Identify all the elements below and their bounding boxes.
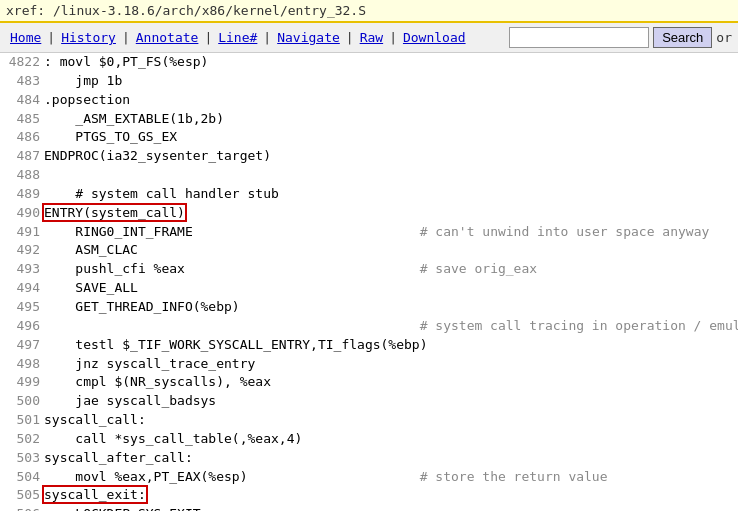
line-number: 504 bbox=[4, 468, 40, 487]
line-content: _ASM_EXTABLE(1b,2b) bbox=[44, 110, 734, 129]
line-number: 488 bbox=[4, 166, 40, 185]
title-bar: xref: /linux-3.18.6/arch/x86/kernel/entr… bbox=[0, 0, 738, 23]
line-number: 496 bbox=[4, 317, 40, 336]
code-line: 502 call *sys_call_table(,%eax,4) bbox=[0, 430, 738, 449]
line-number: 485 bbox=[4, 110, 40, 129]
title-text: xref: /linux-3.18.6/arch/x86/kernel/entr… bbox=[6, 3, 366, 18]
line-content: RING0_INT_FRAME # can't unwind into user… bbox=[44, 223, 734, 242]
highlight-box: ENTRY(system_call) bbox=[44, 205, 185, 220]
code-line: 487ENDPROC(ia32_sysenter_target) bbox=[0, 147, 738, 166]
line-content: syscall_after_call: bbox=[44, 449, 734, 468]
code-line: 503syscall_after_call: bbox=[0, 449, 738, 468]
line-content: LOCKDEP_SYS_EXIT bbox=[44, 505, 734, 511]
line-number: 506 bbox=[4, 505, 40, 511]
line-comment: # system call tracing in operation / emu… bbox=[44, 318, 738, 333]
nav-raw[interactable]: Raw bbox=[356, 28, 387, 47]
search-box: Search or bbox=[509, 27, 732, 48]
code-line: 494 SAVE_ALL bbox=[0, 279, 738, 298]
line-number: 492 bbox=[4, 241, 40, 260]
line-content: .popsection bbox=[44, 91, 734, 110]
line-content: cmpl $(NR_syscalls), %eax bbox=[44, 373, 734, 392]
line-comment: # store the return value bbox=[248, 469, 608, 484]
line-number: 499 bbox=[4, 373, 40, 392]
line-number: 490 bbox=[4, 204, 40, 223]
code-line: 491 RING0_INT_FRAME # can't unwind into … bbox=[0, 223, 738, 242]
line-content: jae syscall_badsys bbox=[44, 392, 734, 411]
line-number: 489 bbox=[4, 185, 40, 204]
search-button[interactable]: Search bbox=[653, 27, 712, 48]
code-line: 495 GET_THREAD_INFO(%ebp) bbox=[0, 298, 738, 317]
nav-history[interactable]: History bbox=[57, 28, 120, 47]
line-content: call *sys_call_table(,%eax,4) bbox=[44, 430, 734, 449]
line-number: 503 bbox=[4, 449, 40, 468]
nav-annotate[interactable]: Annotate bbox=[132, 28, 203, 47]
line-number: 500 bbox=[4, 392, 40, 411]
line-content: SAVE_ALL bbox=[44, 279, 734, 298]
line-number: 493 bbox=[4, 260, 40, 279]
line-content: syscall_call: bbox=[44, 411, 734, 430]
code-line: 489 # system call handler stub bbox=[0, 185, 738, 204]
line-comment: # save orig_eax bbox=[185, 261, 537, 276]
code-line: 501syscall_call: bbox=[0, 411, 738, 430]
line-content: pushl_cfi %eax # save orig_eax bbox=[44, 260, 734, 279]
nav-home[interactable]: Home bbox=[6, 28, 45, 47]
line-number: 4822 bbox=[4, 53, 40, 72]
line-content: ENTRY(system_call) bbox=[44, 204, 734, 223]
or-label: or bbox=[716, 30, 732, 45]
search-input[interactable] bbox=[509, 27, 649, 48]
line-number: 487 bbox=[4, 147, 40, 166]
code-line: 485 _ASM_EXTABLE(1b,2b) bbox=[0, 110, 738, 129]
code-line: 496 # system call tracing in operation /… bbox=[0, 317, 738, 336]
line-content: syscall_exit: bbox=[44, 486, 734, 505]
line-content: # system call tracing in operation / emu… bbox=[44, 317, 738, 336]
line-content: # system call handler stub bbox=[44, 185, 734, 204]
code-line: 486 PTGS_TO_GS_EX bbox=[0, 128, 738, 147]
line-number: 495 bbox=[4, 298, 40, 317]
nav-bar: Home | History | Annotate | Line# | Navi… bbox=[0, 23, 738, 53]
code-line: 488 bbox=[0, 166, 738, 185]
nav-download[interactable]: Download bbox=[399, 28, 470, 47]
code-line: 505syscall_exit: bbox=[0, 486, 738, 505]
code-line: 498 jnz syscall_trace_entry bbox=[0, 355, 738, 374]
line-content: movl %eax,PT_EAX(%esp) # store the retur… bbox=[44, 468, 734, 487]
line-content: ASM_CLAC bbox=[44, 241, 734, 260]
line-number: 494 bbox=[4, 279, 40, 298]
line-number: 497 bbox=[4, 336, 40, 355]
line-number: 486 bbox=[4, 128, 40, 147]
code-line: 504 movl %eax,PT_EAX(%esp) # store the r… bbox=[0, 468, 738, 487]
line-content: GET_THREAD_INFO(%ebp) bbox=[44, 298, 734, 317]
line-content: jmp 1b bbox=[44, 72, 734, 91]
line-content: jnz syscall_trace_entry bbox=[44, 355, 734, 374]
code-line: 4822: movl $0,PT_FS(%esp) bbox=[0, 53, 738, 72]
code-line: 497 testl $_TIF_WORK_SYSCALL_ENTRY,TI_fl… bbox=[0, 336, 738, 355]
code-line: 492 ASM_CLAC bbox=[0, 241, 738, 260]
line-content: ENDPROC(ia32_sysenter_target) bbox=[44, 147, 734, 166]
line-content: testl $_TIF_WORK_SYSCALL_ENTRY,TI_flags(… bbox=[44, 336, 734, 355]
line-comment: # can't unwind into user space anyway bbox=[193, 224, 710, 239]
line-number: 484 bbox=[4, 91, 40, 110]
line-content: : movl $0,PT_FS(%esp) bbox=[44, 53, 734, 72]
code-line: 506 LOCKDEP_SYS_EXIT bbox=[0, 505, 738, 511]
code-line: 490ENTRY(system_call) bbox=[0, 204, 738, 223]
nav-linenum[interactable]: Line# bbox=[214, 28, 261, 47]
line-content: PTGS_TO_GS_EX bbox=[44, 128, 734, 147]
code-line: 483 jmp 1b bbox=[0, 72, 738, 91]
highlight-box: syscall_exit: bbox=[44, 487, 146, 502]
code-line: 500 jae syscall_badsys bbox=[0, 392, 738, 411]
line-number: 502 bbox=[4, 430, 40, 449]
nav-navigate[interactable]: Navigate bbox=[273, 28, 344, 47]
code-line: 499 cmpl $(NR_syscalls), %eax bbox=[0, 373, 738, 392]
line-number: 498 bbox=[4, 355, 40, 374]
code-line: 484.popsection bbox=[0, 91, 738, 110]
line-number: 501 bbox=[4, 411, 40, 430]
code-line: 493 pushl_cfi %eax # save orig_eax bbox=[0, 260, 738, 279]
code-area: 4822: movl $0,PT_FS(%esp)483 jmp 1b484.p… bbox=[0, 53, 738, 511]
line-number: 483 bbox=[4, 72, 40, 91]
line-number: 505 bbox=[4, 486, 40, 505]
line-number: 491 bbox=[4, 223, 40, 242]
